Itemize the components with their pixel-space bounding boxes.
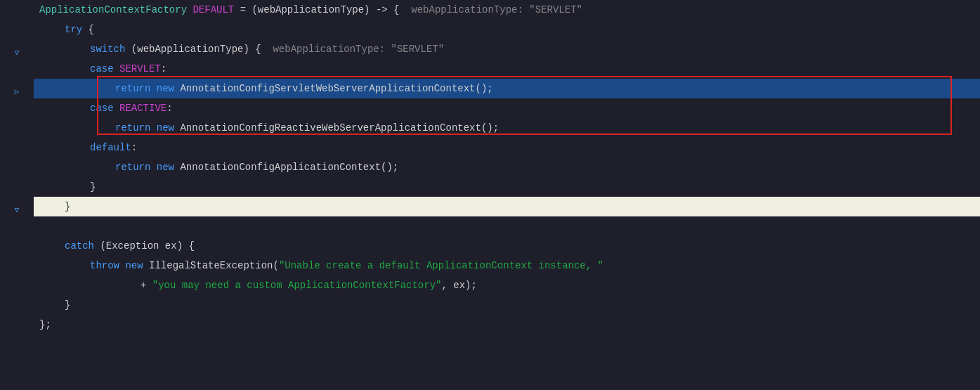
token: (webApplicationType) {: [125, 39, 273, 59]
token: return: [115, 79, 157, 98]
token: = (webApplicationType) -> {: [234, 0, 411, 20]
gutter-icon-6: [11, 101, 22, 121]
token: switch: [90, 39, 125, 59]
token: ApplicationContextFactory: [39, 0, 192, 20]
token: new: [157, 157, 181, 177]
gutter-icon-4: [11, 62, 22, 82]
gutter-icon-16: [11, 298, 22, 318]
token: "you may need a custom ApplicationContex…: [152, 275, 442, 295]
token: catch: [65, 236, 94, 256]
gutter: ▽ ▷ ▽: [0, 0, 34, 390]
code-line-3: switch (webApplicationType) { webApplica…: [34, 39, 980, 59]
token: :: [161, 59, 166, 79]
token: }: [65, 295, 70, 315]
gutter-icon-8: [11, 141, 22, 160]
token: case: [90, 59, 119, 79]
gutter-icon-7: [11, 121, 22, 141]
line-content-4: case SERVLET:: [39, 59, 974, 79]
token: throw: [90, 256, 125, 275]
token: , ex);: [441, 275, 476, 295]
line-content-14: throw new IllegalStateException("Unable …: [39, 256, 974, 275]
line-content-9: return new AnnotationConfigApplicationCo…: [39, 157, 974, 177]
token: }: [90, 177, 96, 197]
gutter-icon-14: [11, 259, 22, 278]
token: return: [115, 157, 157, 177]
line-content-5: return new AnnotationConfigServletWebSer…: [39, 79, 974, 98]
code-line-4: case SERVLET:: [34, 59, 980, 79]
token: IllegalStateException(: [149, 256, 279, 275]
line-content-17: };: [39, 315, 974, 334]
gutter-icon-12: [11, 219, 22, 239]
code-line-9: return new AnnotationConfigApplicationCo…: [34, 157, 980, 177]
token: (Exception ex) {: [94, 236, 195, 256]
gutter-icon-2: [11, 22, 22, 42]
token: AnnotationConfigReactiveWebServerApplica…: [180, 118, 499, 138]
line-content-6: case REACTIVE:: [39, 98, 974, 118]
gutter-icon-11: ▽: [11, 200, 22, 219]
token: DEFAULT: [192, 0, 234, 20]
code-line-13: catch (Exception ex) {: [34, 236, 980, 256]
line-content-15: + "you may need a custom ApplicationCont…: [39, 275, 974, 295]
token: return: [115, 118, 157, 138]
line-content-11: }: [39, 197, 974, 216]
token: try: [65, 20, 82, 39]
code-line-1: ApplicationContextFactory DEFAULT = (web…: [34, 0, 980, 20]
code-area: ▽ ▷ ▽ ApplicationContextFactory DEFAULT: [0, 0, 980, 390]
token: "Unable create a default ApplicationCont…: [279, 256, 603, 275]
gutter-icon-13: [11, 239, 22, 259]
gutter-icon-5: ▷: [11, 82, 22, 101]
gutter-icon-17: [11, 318, 22, 337]
token: };: [39, 315, 51, 334]
token: webApplicationType: "SERVLET": [411, 0, 582, 20]
code-line-10: }: [34, 177, 980, 197]
token: new: [157, 79, 181, 98]
token: AnnotationConfigApplicationContext();: [180, 157, 398, 177]
token: {: [82, 20, 94, 39]
line-content-10: }: [39, 177, 974, 197]
line-content-8: default:: [39, 138, 974, 157]
token: case: [90, 98, 119, 118]
line-content-2: try {: [39, 20, 974, 39]
code-line-7: return new AnnotationConfigReactiveWebSe…: [34, 118, 980, 138]
code-line-11: }: [34, 197, 980, 216]
code-editor: ▽ ▷ ▽ ApplicationContextFactory DEFAULT: [0, 0, 980, 390]
code-line-17: };: [34, 315, 980, 334]
code-line-12: [34, 216, 980, 236]
gutter-icon-10: [11, 180, 22, 200]
code-line-15: + "you may need a custom ApplicationCont…: [34, 275, 980, 295]
token: webApplicationType: "SERVLET": [273, 39, 444, 59]
gutter-icon-15: [11, 278, 22, 298]
line-content-3: switch (webApplicationType) { webApplica…: [39, 39, 974, 59]
line-content-7: return new AnnotationConfigReactiveWebSe…: [39, 118, 974, 138]
gutter-icon-1: [11, 3, 22, 22]
line-content-13: catch (Exception ex) {: [39, 236, 974, 256]
line-content-16: }: [39, 295, 974, 315]
code-line-14: throw new IllegalStateException("Unable …: [34, 256, 980, 275]
token: :: [131, 138, 137, 157]
token: REACTIVE: [119, 98, 166, 118]
code-line-2: try {: [34, 20, 980, 39]
code-line-8: default:: [34, 138, 980, 157]
token: AnnotationConfigServletWebServerApplicat…: [180, 79, 492, 98]
line-content-1: ApplicationContextFactory DEFAULT = (web…: [39, 0, 974, 20]
token: }: [65, 197, 70, 216]
token: SERVLET: [119, 59, 161, 79]
token: new: [157, 118, 181, 138]
code-line-6: case REACTIVE:: [34, 98, 980, 118]
token: :: [166, 98, 172, 118]
lines-area: ApplicationContextFactory DEFAULT = (web…: [34, 0, 980, 390]
gutter-icon-9: [11, 160, 22, 180]
code-line-16: }: [34, 295, 980, 315]
token: +: [141, 275, 152, 295]
token: new: [125, 256, 149, 275]
code-line-5: return new AnnotationConfigServletWebSer…: [34, 79, 980, 98]
gutter-icon-3: ▽: [11, 42, 22, 62]
token: default: [90, 138, 131, 157]
